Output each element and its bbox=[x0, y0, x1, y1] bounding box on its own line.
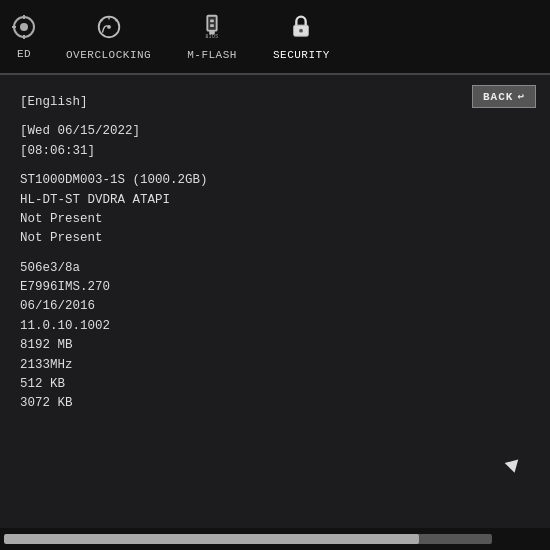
nav-item-security[interactable]: Security bbox=[255, 0, 348, 73]
freq-line: 2133MHz bbox=[20, 356, 530, 375]
scrollbar-track[interactable] bbox=[4, 534, 492, 544]
svg-text:BIOS: BIOS bbox=[206, 34, 219, 39]
gauge-icon bbox=[95, 12, 123, 46]
storage1-line: ST1000DM003-1S (1000.2GB) bbox=[20, 171, 530, 190]
back-button[interactable]: BACK ↩ bbox=[472, 85, 536, 108]
mouse-cursor bbox=[505, 459, 522, 474]
svg-point-16 bbox=[299, 29, 303, 33]
bios-id-line: 506e3/8a bbox=[20, 259, 530, 278]
nav-label-security: Security bbox=[273, 49, 330, 61]
time-line: [08:06:31] bbox=[20, 142, 530, 161]
bios-ver-line: E7996IMS.270 bbox=[20, 278, 530, 297]
language-line: [English] bbox=[20, 93, 530, 112]
storage3-line: Not Present bbox=[20, 210, 530, 229]
svg-rect-10 bbox=[207, 16, 216, 31]
nav-bar: ed Overclocking BIOS bbox=[0, 0, 550, 75]
bottom-bar bbox=[0, 528, 550, 550]
bios-date-line: 06/16/2016 bbox=[20, 297, 530, 316]
nav-label-mflash: M-Flash bbox=[187, 49, 237, 61]
date-line: [Wed 06/15/2022] bbox=[20, 122, 530, 141]
svg-rect-12 bbox=[210, 24, 214, 27]
ram-line: 8192 MB bbox=[20, 336, 530, 355]
scrollbar-thumb bbox=[4, 534, 419, 544]
cache1-line: 512 KB bbox=[20, 375, 530, 394]
info-block: [English] [Wed 06/15/2022] [08:06:31] ST… bbox=[20, 93, 530, 414]
os-ver-line: 11.0.10.1002 bbox=[20, 317, 530, 336]
svg-point-1 bbox=[20, 23, 28, 31]
cache2-line: 3072 KB bbox=[20, 394, 530, 413]
svg-point-9 bbox=[107, 25, 111, 29]
nav-label-partial: ed bbox=[17, 48, 31, 60]
back-arrow-icon: ↩ bbox=[517, 90, 525, 103]
nav-item-overclocking[interactable]: Overclocking bbox=[48, 0, 169, 73]
nav-item-mflash[interactable]: BIOS M-Flash bbox=[169, 0, 255, 73]
storage4-line: Not Present bbox=[20, 229, 530, 248]
bios-icon: BIOS bbox=[198, 12, 226, 46]
nav-item-partial[interactable]: ed bbox=[5, 0, 48, 73]
partial-icon bbox=[10, 13, 38, 45]
nav-label-overclocking: Overclocking bbox=[66, 49, 151, 61]
main-content: BACK ↩ [English] [Wed 06/15/2022] [08:06… bbox=[0, 75, 550, 528]
svg-rect-11 bbox=[210, 19, 214, 22]
storage2-line: HL-DT-ST DVDRA ATAPI bbox=[20, 191, 530, 210]
lock-icon bbox=[287, 12, 315, 46]
